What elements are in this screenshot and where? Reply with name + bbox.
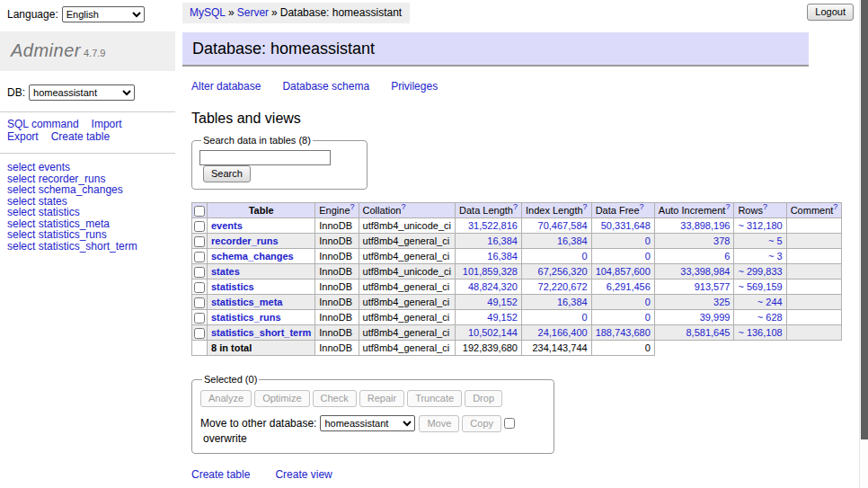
data-length-link[interactable]: 31,522,816 [459,220,518,231]
auto-increment-link[interactable]: 33,398,984 [659,266,731,277]
auto-increment-link[interactable]: 8,581,645 [659,327,731,338]
rows-link[interactable]: ~ 136,108 [738,327,782,338]
data-length-link[interactable]: 48,824,320 [459,281,518,292]
search-input[interactable] [199,150,331,165]
rows-link[interactable]: ~ 244 [738,297,782,307]
index-length-link[interactable]: 0 [526,312,588,323]
alter-database-link[interactable]: Alter database [191,80,261,93]
privileges-link[interactable]: Privileges [391,80,438,93]
index-length-link[interactable]: 72,220,672 [526,281,588,292]
data-free-link[interactable]: 104,857,600 [596,266,651,277]
rows-link[interactable]: ~ 312,180 [738,220,782,231]
repair-button[interactable]: Repair [359,390,404,407]
create-view-link[interactable]: Create view [275,468,332,481]
vertical-scrollbar[interactable] [859,0,868,488]
help-icon[interactable]: ? [725,203,730,212]
sql-command-link[interactable]: SQL command [7,118,79,130]
drop-button[interactable]: Drop [465,390,502,407]
truncate-button[interactable]: Truncate [407,390,462,407]
data-free-link[interactable]: 0 [596,235,651,246]
auto-increment-link[interactable]: 325 [659,297,731,307]
help-icon[interactable]: ? [401,203,405,212]
data-length-link[interactable]: 10,502,144 [459,327,518,338]
data-length-link[interactable]: 16,384 [459,251,518,262]
analyze-button[interactable]: Analyze [200,390,252,407]
index-length-link[interactable]: 67,256,320 [526,266,588,277]
search-button[interactable]: Search [203,165,251,182]
data-length-link[interactable]: 16,384 [459,235,518,246]
rows-link[interactable]: ~ 299,833 [738,266,782,277]
rows-link[interactable]: ~ 3 [738,251,782,262]
create-table-link-main[interactable]: Create table [191,468,250,481]
help-icon[interactable]: ? [833,203,837,212]
row-checkbox[interactable] [194,252,205,262]
copy-button[interactable]: Copy [462,415,501,432]
help-icon[interactable]: ? [583,203,588,212]
select-all-checkbox[interactable] [194,206,205,217]
data-length-link[interactable]: 101,859,328 [459,266,518,277]
data-free-link[interactable]: 50,331,648 [596,220,651,231]
data-length-link[interactable]: 49,152 [459,297,518,307]
scrollbar-thumb[interactable] [861,0,868,439]
logout-button[interactable]: Logout [807,4,854,21]
data-free-link[interactable]: 0 [596,297,651,307]
auto-increment-link[interactable]: 33,898,196 [659,220,731,231]
create-table-link[interactable]: Create table [51,130,110,143]
row-checkbox[interactable] [194,328,205,339]
help-icon[interactable]: ? [763,203,767,212]
table-name-link[interactable]: recorder_runs [211,235,279,246]
data-free-link[interactable]: 0 [596,251,651,262]
breadcrumb-mysql-link[interactable]: MySQL [190,6,226,19]
db-select[interactable]: homeassistant [29,84,135,101]
help-icon[interactable]: ? [513,203,518,212]
auto-increment-link[interactable]: 6 [659,251,731,262]
optimize-button[interactable]: Optimize [254,390,309,407]
index-length-link[interactable]: 0 [526,251,588,262]
rows-link[interactable]: ~ 5 [738,235,782,246]
table-name-link[interactable]: statistics_meta [211,297,283,307]
import-link[interactable]: Import [92,118,122,130]
move-database-select[interactable]: homeassistant [320,415,415,431]
data-free-link[interactable]: 188,743,680 [596,327,651,338]
sidebar-select-link[interactable]: select statistics [7,207,168,218]
export-link[interactable]: Export [7,130,39,143]
column-header-comment: Comment? [786,203,842,218]
row-checkbox[interactable] [194,236,205,247]
row-checkbox[interactable] [194,267,205,278]
index-length-link[interactable]: 70,467,584 [526,220,588,231]
data-free-link[interactable]: 6,291,456 [596,281,651,292]
table-name-link[interactable]: states [211,266,240,277]
help-icon[interactable]: ? [350,203,355,212]
data-free-link[interactable]: 0 [596,312,651,323]
sidebar-select-link[interactable]: select statistics_short_term [7,241,168,253]
data-length-link[interactable]: 49,152 [459,312,518,323]
index-length-link[interactable]: 24,166,400 [526,327,588,338]
auto-increment-link[interactable]: 913,577 [659,281,731,292]
overwrite-checkbox[interactable] [504,418,515,429]
rows-link[interactable]: ~ 628 [738,312,782,323]
table-name-link[interactable]: statistics_runs [211,312,281,323]
database-schema-link[interactable]: Database schema [282,80,369,93]
table-name-link[interactable]: schema_changes [211,251,294,262]
table-name-link[interactable]: statistics [211,281,254,292]
breadcrumb-server-link[interactable]: Server [237,6,269,19]
rows-cell: ~ 136,108 [734,325,786,341]
row-checkbox[interactable] [194,297,205,308]
auto-increment-link[interactable]: 378 [659,235,731,246]
table-name-link[interactable]: statistics_short_term [211,327,311,338]
move-button[interactable]: Move [419,415,459,432]
table-name-link[interactable]: events [211,220,243,231]
row-checkbox[interactable] [194,221,205,232]
sidebar-select-link[interactable]: select events [7,162,168,173]
row-checkbox[interactable] [194,282,205,293]
sidebar-select-link[interactable]: select schema_changes [7,184,168,196]
row-checkbox[interactable] [194,313,205,324]
help-icon[interactable]: ? [640,203,644,212]
index-length-link[interactable]: 16,384 [526,297,588,307]
index-length-link[interactable]: 16,384 [526,235,588,246]
rows-link[interactable]: ~ 569,159 [738,281,782,292]
auto-increment-link[interactable]: 39,999 [659,312,731,323]
sidebar-select-link[interactable]: select statistics_runs [7,229,168,241]
check-button[interactable]: Check [313,390,357,407]
language-select[interactable]: English [62,6,145,22]
